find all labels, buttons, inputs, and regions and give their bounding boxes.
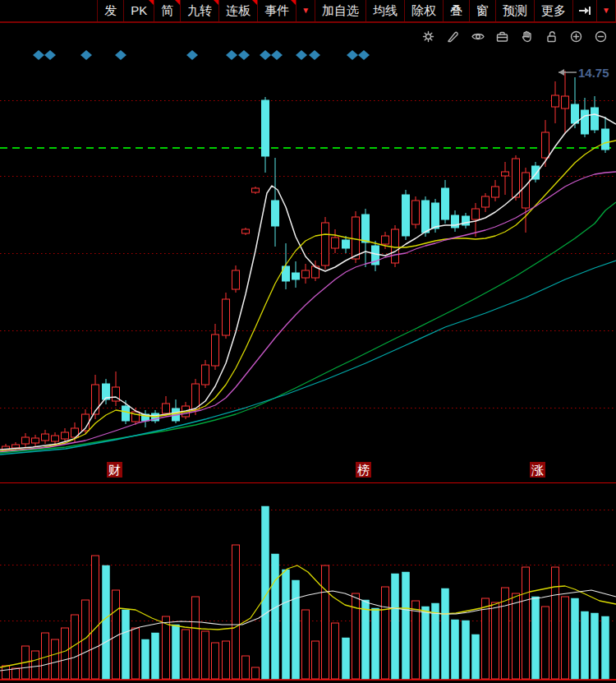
toolbar-button-PK[interactable]: PK	[124, 0, 154, 21]
signal-diamond-icon	[309, 50, 320, 60]
volume-bar-up	[202, 631, 209, 679]
toolbar-button-发[interactable]: 发	[98, 0, 124, 21]
eye-icon[interactable]	[470, 29, 485, 44]
gear-glyph	[421, 30, 435, 44]
hand-pan-icon[interactable]	[519, 29, 535, 44]
volume-bar-down	[342, 638, 350, 679]
candlestick-chart[interactable]	[0, 0, 616, 683]
signal-diamond-icon	[186, 50, 198, 60]
volume-bar-up	[242, 656, 250, 679]
volume-bar-up	[132, 628, 140, 679]
zoom-out-icon[interactable]	[593, 29, 609, 44]
candle-up	[22, 437, 30, 444]
skip-right-glyph	[578, 5, 591, 16]
candle-down	[362, 215, 370, 242]
volume-bar-up	[182, 630, 190, 679]
toolbar-button-叠[interactable]: 叠	[444, 0, 470, 21]
candle-up	[332, 238, 339, 248]
watermark-tile: 涨	[530, 462, 545, 478]
settings-gear-icon[interactable]	[421, 29, 436, 44]
candle-up	[32, 438, 39, 443]
volume-bar-up	[312, 641, 319, 679]
volume-bar-up	[552, 567, 559, 679]
signal-diamond-icon	[44, 50, 56, 60]
eye-glyph	[471, 30, 485, 44]
zoom-in-glyph	[569, 30, 583, 44]
volume-bar-up	[352, 593, 360, 679]
candle-up	[62, 432, 69, 439]
candle-down	[292, 273, 300, 279]
volume-bar-up	[212, 643, 219, 679]
volume-bar-up	[192, 597, 200, 679]
candle-up	[223, 299, 230, 335]
candle-down	[422, 201, 430, 233]
toolbar-button-预测[interactable]: 预测	[496, 0, 535, 21]
zoom-in-icon[interactable]	[568, 29, 584, 44]
toolbar-button-九转[interactable]: 九转	[181, 0, 219, 21]
candle-up	[12, 445, 20, 448]
candle-up	[232, 270, 240, 289]
signal-diamond-icon	[358, 50, 370, 60]
candle-up	[392, 229, 399, 263]
volume-bar-up	[223, 641, 230, 679]
toolbar-button-events-dropdown[interactable]: ▼	[297, 0, 315, 21]
volume-bar-up	[492, 602, 499, 679]
toolbar-overflow-dropdown[interactable]: ▼	[597, 0, 616, 21]
volume-bar-down	[452, 620, 459, 679]
candle-up	[472, 209, 480, 219]
signal-diamond-icon	[238, 50, 250, 60]
volume-bar-up	[32, 651, 39, 679]
candle-down	[582, 110, 589, 134]
pen-icon[interactable]	[445, 29, 461, 44]
toolbar-button-除权[interactable]: 除权	[405, 0, 444, 21]
toolbar-button-事件[interactable]: 事件	[258, 0, 297, 21]
toolbar-button-窗[interactable]: 窗	[470, 0, 496, 21]
candle-up	[202, 365, 209, 385]
volume-bar-down	[103, 565, 110, 679]
volume-bar-down	[122, 610, 130, 679]
volume-bar-down	[152, 633, 159, 679]
volume-bar-up	[163, 616, 170, 679]
volume-bar-up	[562, 597, 569, 679]
volume-bar-down	[602, 616, 609, 679]
volume-bar-down	[582, 611, 589, 679]
candle-up	[322, 223, 329, 265]
watermark-tile: 财	[107, 462, 122, 478]
toolbar-buttons: 发PK简九转连板事件▼加自选均线除权叠窗预测更多	[98, 0, 573, 21]
volume-bar-up	[12, 668, 20, 679]
volume-bar-down	[591, 613, 599, 679]
toolbar-button-加自选[interactable]: 加自选	[315, 0, 366, 21]
volume-bar-up	[382, 587, 389, 679]
candle-up	[482, 196, 490, 207]
toolbar-button-简[interactable]: 简	[154, 0, 181, 21]
volume-bar-down	[272, 554, 279, 679]
candle-up	[562, 96, 569, 108]
volume-bar-up	[542, 607, 549, 679]
high-price-arrowhead	[559, 69, 564, 76]
toolbox-icon[interactable]	[494, 29, 510, 44]
toolbar-button-更多[interactable]: 更多	[535, 0, 573, 21]
volume-bar-down	[283, 570, 290, 679]
skip-right-icon[interactable]	[573, 0, 597, 21]
volume-bar-up	[92, 556, 99, 679]
candle-down	[402, 195, 410, 236]
signal-diamond-icon	[115, 50, 126, 60]
volume-bar-up	[252, 667, 260, 679]
volume-bar-down	[292, 580, 300, 679]
signal-diamond-icon	[347, 50, 358, 60]
candle-up	[42, 434, 49, 441]
lock-open-glyph	[545, 30, 559, 44]
candle-up	[92, 385, 99, 414]
volume-bar-up	[232, 545, 240, 679]
volume-bar-down	[472, 635, 480, 679]
toolbar-button-连板[interactable]: 连板	[219, 0, 258, 21]
candle-up	[513, 159, 520, 197]
volume-bar-up	[522, 567, 530, 679]
signal-diamond-icon	[80, 50, 92, 60]
lock-open-icon[interactable]	[544, 29, 559, 44]
candle-down	[262, 100, 269, 156]
candle-down	[602, 129, 609, 150]
signal-diamond-icon	[296, 50, 307, 60]
toolbar-button-均线[interactable]: 均线	[366, 0, 405, 21]
candle-down	[342, 240, 350, 248]
